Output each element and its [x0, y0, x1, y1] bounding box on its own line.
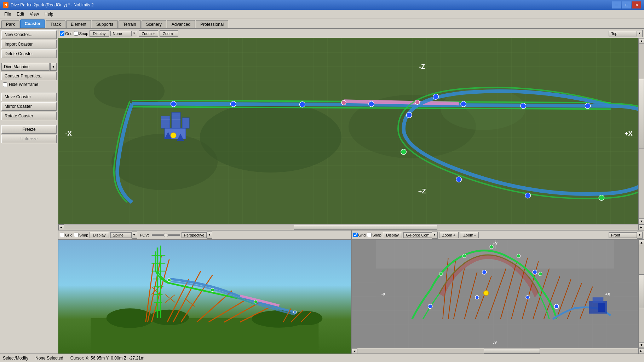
vscroll-thumb[interactable]	[639, 79, 644, 149]
top-snap-checkbox[interactable]	[74, 31, 79, 36]
hscroll-right-btn[interactable]: ►	[638, 224, 644, 230]
top-snap-checkbox-row: Snap	[74, 31, 88, 36]
top-viewtype-arrow[interactable]: ▼	[637, 30, 643, 37]
br-viewtype-option[interactable]: Front	[609, 232, 637, 238]
br-gforce-option[interactable]: G-Force Com	[403, 232, 432, 238]
import-coaster-button[interactable]: Import Coaster	[1, 40, 57, 48]
top-grid-label: Grid	[65, 31, 73, 36]
top-viewtype-dropdown: Top ▼	[609, 30, 643, 37]
hscroll-thumb[interactable]	[294, 225, 437, 230]
menu-file[interactable]: File	[1, 11, 14, 17]
br-vscroll-down-btn[interactable]: ▼	[639, 342, 644, 348]
vscroll-up-btn[interactable]: ▲	[639, 38, 644, 44]
bl-perspective-option[interactable]: Perspective	[182, 232, 207, 238]
status-selection: None Selected	[35, 356, 63, 361]
menu-help[interactable]: Help	[42, 11, 56, 17]
vscroll-down-btn[interactable]: ▼	[639, 218, 644, 224]
coaster-properties-button[interactable]: Coaster Properties...	[1, 72, 57, 80]
tab-coaster[interactable]: Coaster	[20, 19, 45, 28]
br-grid-label: Grid	[358, 233, 366, 237]
br-hscroll-thumb[interactable]	[484, 349, 540, 354]
bl-grid-checkbox[interactable]	[60, 233, 64, 237]
new-coaster-button[interactable]: New Coaster...	[1, 30, 57, 39]
tab-terrain[interactable]: Terrain	[119, 20, 141, 28]
coaster-type-row: Dive Machine ▼	[1, 63, 57, 71]
bl-grid-row: Grid	[60, 233, 73, 237]
close-button[interactable]: ✕	[632, 1, 641, 8]
br-zoom-plus-button[interactable]: Zoom +	[439, 232, 459, 238]
bl-perspective-dropdown: Perspective ▼	[182, 232, 212, 239]
top-none-option[interactable]: None	[110, 31, 132, 36]
top-viewport-hscrollbar[interactable]: ◄ ►	[58, 224, 644, 230]
bottom-right-hscrollbar[interactable]: ◄ ►	[352, 348, 644, 354]
maximize-button[interactable]: □	[622, 1, 631, 8]
freeze-button[interactable]: Freeze	[1, 125, 57, 134]
br-grid-checkbox[interactable]	[353, 233, 358, 237]
bl-spline-option[interactable]: Spline	[110, 232, 132, 238]
tab-professional[interactable]: Professional	[196, 20, 228, 28]
tab-park[interactable]: Park	[1, 20, 19, 28]
svg-rect-29	[182, 118, 189, 128]
mirror-coaster-button[interactable]: Mirror Coaster	[1, 102, 57, 111]
br-hscroll-left-btn[interactable]: ◄	[352, 348, 357, 354]
br-gforce-arrow[interactable]: ▼	[432, 232, 438, 239]
br-viewtype-arrow[interactable]: ▼	[637, 232, 643, 239]
menubar: File Edit View Help	[0, 10, 644, 18]
coaster-type-arrow[interactable]: ▼	[50, 63, 57, 71]
top-none-arrow[interactable]: ▼	[132, 30, 137, 37]
bottom-right-area: Grid Snap Display G-Force Com ▼ Zoom + Z…	[352, 230, 644, 354]
bl-snap-checkbox[interactable]	[74, 233, 79, 237]
bottom-right-vscrollbar[interactable]: ▲ ▼	[638, 240, 644, 348]
top-viewport-toolbar: Grid Snap Display None ▼ Zoom + Zoom - T…	[58, 29, 644, 38]
tab-supports[interactable]: Supports	[92, 20, 118, 28]
statusbar: Select/Modify None Selected Cursor: X: 5…	[0, 354, 644, 362]
br-snap-checkbox[interactable]	[367, 233, 372, 237]
delete-coaster-button[interactable]: Delete Coaster	[1, 49, 57, 58]
status-cursor: Cursor: X: 56.95m Y: 0.00m Z: -27.21m	[70, 356, 144, 361]
app-icon: N	[3, 2, 8, 8]
separator-2	[1, 89, 57, 92]
tab-scenery[interactable]: Scenery	[142, 20, 166, 28]
top-viewport-area: -Z +Z -X +X	[58, 38, 644, 224]
menu-view[interactable]: View	[27, 11, 42, 17]
minimize-button[interactable]: ─	[612, 1, 621, 8]
bottom-left-viewport[interactable]	[58, 240, 351, 354]
top-viewport[interactable]: -Z +Z -X +X	[58, 38, 638, 224]
coaster-type-dropdown[interactable]: Dive Machine	[1, 63, 50, 71]
top-snap-label: Snap	[79, 31, 88, 36]
move-coaster-button[interactable]: Move Coaster	[1, 93, 57, 101]
top-zoom-plus-button[interactable]: Zoom +	[139, 30, 159, 37]
br-display-button[interactable]: Display	[383, 232, 402, 238]
br-zoom-minus-button[interactable]: Zoom -	[460, 232, 479, 238]
bl-spline-dropdown: Spline ▼	[110, 232, 137, 239]
hscroll-left-btn[interactable]: ◄	[58, 224, 64, 230]
br-vscroll-up-btn[interactable]: ▲	[639, 240, 644, 245]
bottom-right-viewport[interactable]: +Y -X +X	[352, 240, 639, 348]
top-viewport-vscrollbar[interactable]: ▲ ▼	[638, 38, 644, 224]
top-zoom-minus-button[interactable]: Zoom -	[160, 30, 178, 37]
fov-slider[interactable]	[152, 234, 180, 236]
tab-advanced[interactable]: Advanced	[167, 20, 195, 28]
svg-rect-27	[161, 116, 170, 128]
unfreeze-button[interactable]: Unfreeze	[1, 135, 57, 143]
separator-3	[1, 121, 57, 124]
br-vscroll-track	[639, 245, 644, 342]
rotate-coaster-button[interactable]: Rotate Coaster	[1, 112, 57, 120]
top-viewtype-option[interactable]: Top	[609, 31, 637, 36]
tab-track[interactable]: Track	[46, 20, 65, 28]
br-vscroll-thumb[interactable]	[639, 274, 644, 308]
hide-wireframe-label: Hide Wireframe	[9, 82, 38, 87]
hide-wireframe-checkbox[interactable]	[3, 82, 7, 87]
bl-display-button[interactable]: Display	[90, 232, 109, 238]
top-grid-checkbox[interactable]	[60, 31, 64, 36]
tab-element[interactable]: Element	[66, 20, 91, 28]
bl-perspective-arrow[interactable]: ▼	[207, 232, 212, 239]
br-grid-row: Grid	[353, 233, 366, 237]
top-display-button[interactable]: Display	[90, 30, 109, 37]
bottom-right-viewport-row: +Y -X +X	[352, 240, 644, 348]
br-snap-label: Snap	[372, 233, 381, 237]
bl-spline-arrow[interactable]: ▼	[132, 232, 137, 239]
br-hscroll-right-btn[interactable]: ►	[638, 348, 644, 354]
menu-edit[interactable]: Edit	[14, 11, 27, 17]
bl-grid-label: Grid	[65, 233, 73, 237]
